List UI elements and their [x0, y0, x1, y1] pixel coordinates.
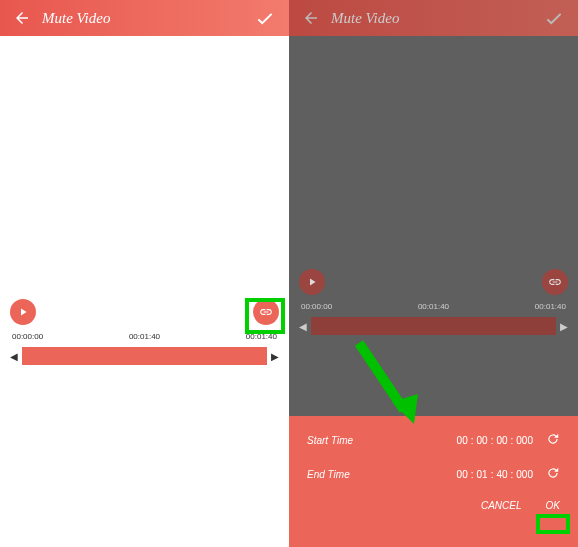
end-mm[interactable]: 01 [477, 469, 488, 480]
time-start: 00:00:00 [12, 332, 43, 341]
reset-end-icon[interactable] [546, 466, 560, 482]
screen-right: Mute Video 00:00:00 00:01:40 00:01:40 ◀ … [289, 0, 578, 547]
end-ss[interactable]: 40 [496, 469, 507, 480]
time-mid: 00:01:40 [129, 332, 160, 341]
start-time-label: Start Time [307, 435, 377, 446]
time-end: 00:01:40 [246, 332, 277, 341]
end-time-row: End Time 00: 01: 40: 000 [307, 466, 560, 482]
time-markers: 00:00:00 00:01:40 00:01:40 [299, 298, 568, 317]
video-preview [0, 36, 289, 294]
slider-track[interactable] [311, 317, 556, 335]
header: Mute Video [289, 0, 578, 36]
chevron-left-icon[interactable]: ◀ [299, 321, 307, 332]
start-time-row: Start Time 00: 00: 00: 000 [307, 432, 560, 448]
slider-track[interactable] [22, 347, 267, 365]
chevron-right-icon[interactable]: ▶ [271, 351, 279, 362]
start-hh[interactable]: 00 [457, 435, 468, 446]
chevron-left-icon[interactable]: ◀ [10, 351, 18, 362]
back-icon[interactable] [12, 8, 32, 28]
cancel-button[interactable]: CANCEL [481, 500, 522, 511]
time-sheet: Start Time 00: 00: 00: 000 End Time 00: … [289, 416, 578, 547]
start-mm[interactable]: 00 [477, 435, 488, 446]
controls: 00:00:00 00:01:40 00:01:40 ◀ ▶ [0, 296, 289, 365]
screen-left: Mute Video 00:00:00 00:01:40 00:01:40 ◀ … [0, 0, 289, 547]
back-icon[interactable] [301, 8, 321, 28]
page-title: Mute Video [42, 10, 253, 27]
settings-link-button[interactable] [253, 299, 279, 325]
time-markers: 00:00:00 00:01:40 00:01:40 [10, 328, 279, 347]
end-hh[interactable]: 00 [457, 469, 468, 480]
page-title: Mute Video [331, 10, 542, 27]
ok-button[interactable]: OK [546, 500, 560, 511]
check-icon[interactable] [542, 6, 566, 30]
play-button[interactable] [299, 269, 325, 295]
chevron-right-icon[interactable]: ▶ [560, 321, 568, 332]
start-ss[interactable]: 00 [496, 435, 507, 446]
settings-link-button[interactable] [542, 269, 568, 295]
trim-slider[interactable]: ◀ ▶ [10, 347, 279, 365]
trim-slider[interactable]: ◀ ▶ [299, 317, 568, 335]
check-icon[interactable] [253, 6, 277, 30]
video-preview [289, 36, 578, 264]
time-start: 00:00:00 [301, 302, 332, 311]
reset-start-icon[interactable] [546, 432, 560, 448]
play-button[interactable] [10, 299, 36, 325]
controls: 00:00:00 00:01:40 00:01:40 ◀ ▶ [289, 266, 578, 335]
time-end: 00:01:40 [535, 302, 566, 311]
header: Mute Video [0, 0, 289, 36]
end-ms[interactable]: 000 [516, 469, 533, 480]
end-time-label: End Time [307, 469, 377, 480]
time-mid: 00:01:40 [418, 302, 449, 311]
start-ms[interactable]: 000 [516, 435, 533, 446]
